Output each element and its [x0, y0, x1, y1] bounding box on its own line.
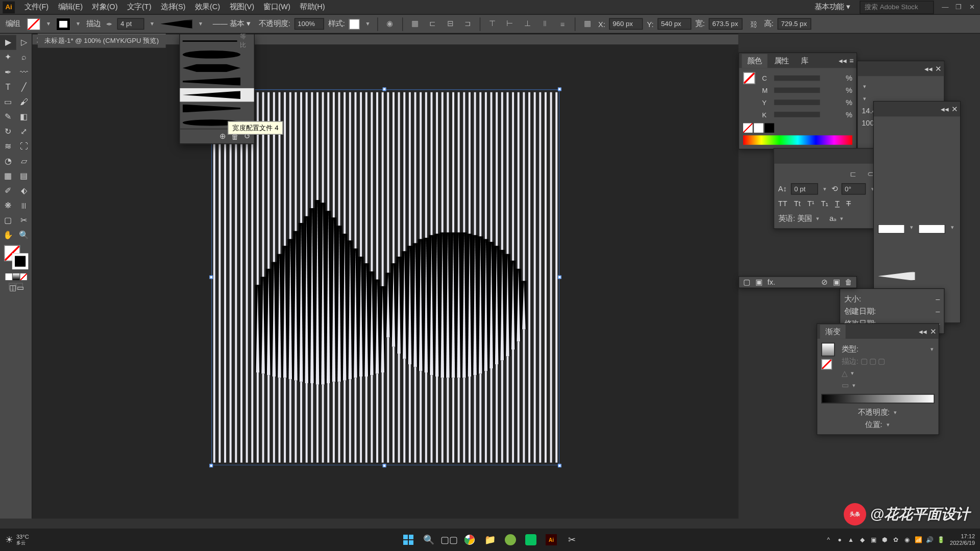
brush-def[interactable]: —— 基本 ▾ — [209, 19, 255, 29]
magic-wand-tool[interactable]: ✦ — [0, 50, 16, 65]
panel-collapse-icon[interactable]: ◂◂ — [941, 105, 949, 113]
rotate-tool[interactable]: ↻ — [0, 124, 16, 139]
tray-icon[interactable]: ⬢ — [879, 535, 890, 545]
profile-3[interactable] — [180, 75, 254, 88]
free-transform-tool[interactable]: ⛶ — [16, 139, 32, 154]
gradient-ramp[interactable] — [821, 394, 935, 403]
language-select[interactable]: 英语: 美国 — [778, 213, 812, 223]
panel-close-icon[interactable]: ✕ — [930, 327, 936, 336]
profile-uniform[interactable]: 等比 — [180, 34, 254, 47]
perspective-tool[interactable]: ▱ — [16, 154, 32, 168]
fill-stroke-indicator[interactable] — [4, 245, 28, 269]
panel-collapse-icon[interactable]: ◂◂ — [924, 64, 933, 73]
link-wh-icon[interactable]: ⛓ — [747, 17, 760, 31]
recolor-icon[interactable]: ◉ — [383, 17, 397, 31]
panel-close-icon[interactable]: ✕ — [935, 64, 941, 73]
style-swatch[interactable] — [349, 18, 360, 29]
workspace-switcher[interactable]: 基本功能 ▾ — [811, 1, 854, 13]
tray-icon[interactable]: ▲ — [846, 535, 856, 545]
trash-icon[interactable]: 🗑 — [845, 278, 852, 286]
stroke-weight-input[interactable] — [117, 18, 144, 30]
x-input[interactable] — [609, 18, 643, 30]
symbol-sprayer-tool[interactable]: ❋ — [0, 198, 16, 213]
valign-bot-icon[interactable]: ⊥ — [521, 17, 534, 31]
curvature-tool[interactable]: 〰 — [16, 65, 32, 80]
stroke-dec[interactable]: ◂▸ — [105, 21, 113, 27]
clock[interactable]: 17:122022/6/19 — [950, 533, 975, 546]
fill-swatch[interactable] — [27, 18, 40, 30]
transform-icon[interactable]: ▦ — [581, 17, 594, 31]
menu-edit[interactable]: 编辑(E) — [54, 0, 87, 14]
align-left-icon[interactable]: ⊏ — [426, 17, 439, 31]
menu-object[interactable]: 对象(O) — [88, 0, 122, 14]
illustrator-icon[interactable]: Ai — [542, 531, 560, 549]
panel-collapse-icon[interactable]: ◂◂ — [839, 56, 847, 65]
align-center-icon[interactable]: ⊟ — [443, 17, 456, 31]
wechat-icon[interactable] — [522, 531, 540, 549]
menu-effect[interactable]: 效果(C) — [191, 0, 224, 14]
menu-select[interactable]: 选择(S) — [157, 0, 189, 14]
style-dropdown[interactable]: ▼ — [364, 21, 372, 27]
color-tab[interactable]: 颜色 — [742, 54, 767, 68]
type-tool[interactable]: T — [0, 80, 16, 94]
tray-icon[interactable]: ● — [835, 535, 845, 545]
profile-4[interactable] — [180, 88, 254, 102]
valign-mid-icon[interactable]: ⊢ — [503, 17, 517, 31]
close-button[interactable]: ✕ — [966, 3, 978, 12]
libraries-tab[interactable]: 库 — [796, 54, 814, 68]
weather-widget[interactable]: ☀ 33°C多云 — [5, 534, 29, 546]
profile-2[interactable] — [180, 61, 254, 74]
chrome-icon[interactable] — [460, 531, 479, 549]
valign-top-icon[interactable]: ⊤ — [486, 17, 499, 31]
y-input[interactable] — [657, 18, 691, 30]
new-sublayer-icon[interactable]: ▣ — [755, 278, 762, 287]
battery-icon[interactable]: 🔋 — [936, 535, 946, 545]
selected-artwork[interactable] — [211, 90, 559, 466]
slice-tool[interactable]: ✂ — [16, 213, 32, 228]
char-pt-input[interactable] — [791, 183, 818, 194]
eyedropper-tool[interactable]: ✐ — [0, 183, 16, 198]
menu-file[interactable]: 文件(F) — [20, 0, 53, 14]
panel-close-icon[interactable]: ✕ — [951, 105, 958, 113]
blend-tool[interactable]: ⬖ — [16, 183, 32, 198]
properties-tab[interactable]: 属性 — [769, 54, 794, 68]
snip-icon[interactable]: ✂ — [562, 531, 581, 549]
brush-tool[interactable]: 🖌 — [16, 94, 32, 109]
w-input[interactable] — [709, 18, 743, 30]
graph-tool[interactable]: ⫼ — [16, 198, 32, 213]
align-right-icon[interactable]: ⊐ — [461, 17, 474, 31]
shaper-tool[interactable]: ✎ — [0, 109, 16, 124]
tray-chevron-icon[interactable]: ^ — [823, 535, 834, 545]
artboard-tool[interactable]: ▢ — [0, 213, 16, 228]
wifi-icon[interactable]: 📶 — [913, 535, 923, 545]
stroke-dropdown[interactable]: ▼ — [74, 21, 82, 27]
search-taskbar-icon[interactable]: 🔍 — [420, 531, 438, 549]
char-rot-input[interactable] — [841, 183, 866, 194]
minimize-button[interactable]: — — [939, 3, 951, 12]
profile-add-icon[interactable]: ⊕ — [219, 132, 226, 141]
gradient-tool[interactable]: ▤ — [16, 168, 32, 183]
profile-5[interactable] — [180, 102, 254, 115]
document-tab[interactable]: 未标题-1* @ 100% (CMYK/GPU 预览) — [38, 34, 165, 48]
eraser-tool[interactable]: ◧ — [16, 109, 32, 124]
mesh-tool[interactable]: ▦ — [0, 168, 16, 183]
scale-tool[interactable]: ⤢ — [16, 124, 32, 139]
align-icon[interactable]: ▦ — [408, 17, 422, 31]
fill-dropdown[interactable]: ▼ — [44, 21, 53, 27]
menu-type[interactable]: 文字(T) — [123, 0, 155, 14]
shape-builder-tool[interactable]: ◔ — [0, 154, 16, 168]
stroke-weight-dropdown[interactable]: ▼ — [148, 21, 156, 27]
start-button[interactable] — [399, 531, 418, 549]
task-view-icon[interactable]: ▢▢ — [440, 531, 458, 549]
panel-collapse-icon[interactable]: ◂◂ — [919, 327, 927, 336]
menu-help[interactable]: 帮助(H) — [296, 0, 329, 14]
new-layer-icon[interactable]: ▢ — [743, 278, 750, 287]
color-spectrum[interactable] — [743, 135, 852, 144]
tray-icon[interactable]: ◆ — [857, 535, 867, 545]
width-tool[interactable]: ≋ — [0, 139, 16, 154]
cap-butt-icon[interactable]: ⊏ — [846, 167, 860, 180]
tray-icon[interactable]: ◉ — [902, 535, 912, 545]
tray-icon[interactable]: ✿ — [891, 535, 901, 545]
rect-tool[interactable]: ▭ — [0, 94, 16, 109]
explorer-icon[interactable]: 📁 — [481, 531, 499, 549]
